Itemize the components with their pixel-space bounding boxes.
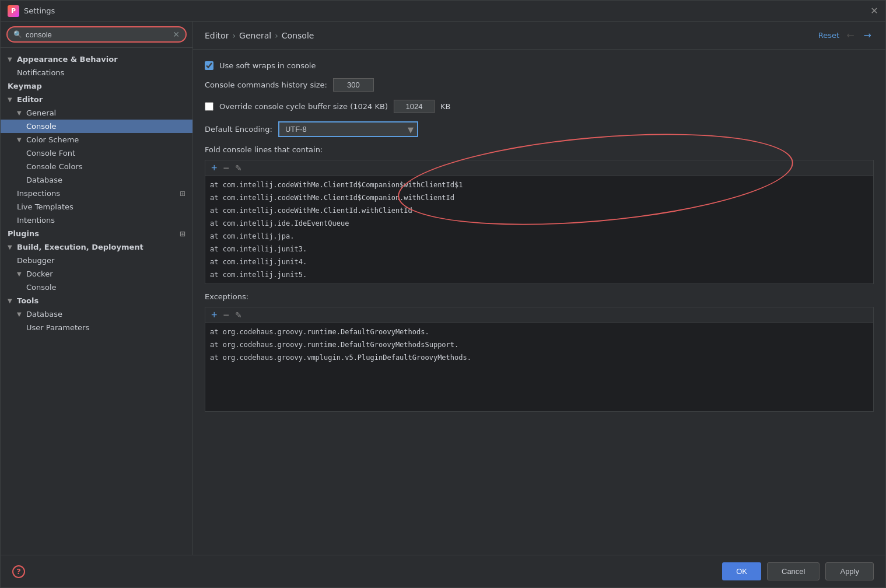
sidebar-item-tools[interactable]: ▼ Tools [1, 294, 192, 307]
forward-button[interactable]: → [862, 29, 874, 42]
list-item: at com.intellij.junit3. [210, 243, 869, 256]
exceptions-remove-button[interactable]: − [222, 310, 231, 320]
sidebar-item-keymap[interactable]: Keymap [1, 79, 192, 93]
fold-add-button[interactable]: + [210, 163, 219, 173]
panel-actions: Reset ← → [818, 29, 874, 42]
window-title: Settings [24, 6, 55, 15]
search-icon: 🔍 [13, 30, 22, 38]
help-button[interactable]: ? [12, 565, 25, 578]
fold-remove-button[interactable]: − [222, 163, 231, 173]
exceptions-edit-button[interactable]: ✎ [234, 311, 243, 319]
search-container: 🔍 ✕ [1, 22, 192, 48]
sidebar-item-label: Database [26, 176, 185, 184]
ok-button[interactable]: OK [722, 562, 761, 580]
list-item: at org.codehaus.groovy.vmplugin.v5.Plugi… [210, 351, 869, 364]
sidebar-item-docker-console[interactable]: Console [1, 281, 192, 294]
sidebar-item-appearance-behavior[interactable]: ▼ Appearance & Behavior [1, 52, 192, 66]
main-panel: Editor › General › Console Reset ← → Use… [193, 22, 885, 555]
sidebar-item-label: Editor [17, 95, 185, 104]
override-buffer-input[interactable] [394, 100, 435, 113]
list-item: at com.intellij.codeWithMe.ClientId.with… [210, 204, 869, 217]
sidebar-item-console-font[interactable]: Console Font [1, 146, 192, 160]
breadcrumb-sep: › [232, 31, 236, 40]
breadcrumb-console: Console [282, 31, 314, 40]
sidebar-item-label: Color Scheme [26, 135, 185, 144]
sidebar-item-docker[interactable]: ▼ Docker [1, 267, 192, 281]
exceptions-list-toolbar: + − ✎ [205, 307, 873, 323]
sidebar-item-label: Console [26, 283, 185, 292]
search-input[interactable] [26, 30, 169, 39]
override-buffer-checkbox[interactable] [205, 102, 213, 111]
sidebar-item-general[interactable]: ▼ General [1, 106, 192, 120]
breadcrumb-editor: Editor [205, 31, 229, 40]
breadcrumb-general: General [239, 31, 271, 40]
panel-body: Use soft wraps in console Console comman… [193, 50, 885, 555]
sidebar-item-build-execution[interactable]: ▼ Build, Execution, Deployment [1, 240, 192, 254]
sidebar-item-inspections[interactable]: Inspections ⊞ [1, 187, 192, 200]
chevron-down-icon: ▼ [8, 298, 15, 304]
sidebar-item-label: Inspections [17, 189, 177, 198]
override-buffer-row: Override console cycle buffer size (1024… [205, 100, 874, 113]
sidebar-item-editor[interactable]: ▼ Editor [1, 93, 192, 106]
sidebar-item-label: Notifications [17, 68, 185, 77]
list-item: at com.intellij.codeWithMe.ClientId$Comp… [210, 191, 869, 204]
sidebar-item-label: User Parameters [26, 323, 185, 332]
soft-wraps-row: Use soft wraps in console [205, 61, 874, 70]
sidebar-item-label: Database [26, 310, 185, 318]
override-buffer-label: Override console cycle buffer size (1024… [219, 102, 388, 111]
chevron-down-icon: ▼ [17, 311, 24, 317]
sidebar-item-color-scheme[interactable]: ▼ Color Scheme [1, 133, 192, 146]
bottom-bar: ? OK Cancel Apply [1, 555, 885, 587]
soft-wraps-checkbox[interactable] [205, 61, 213, 70]
chevron-down-icon: ▼ [17, 271, 24, 277]
exceptions-label: Exceptions: [205, 292, 874, 301]
fold-edit-button[interactable]: ✎ [234, 164, 243, 172]
sidebar-item-label: General [26, 108, 185, 117]
sidebar-item-console-colors[interactable]: Console Colors [1, 160, 192, 173]
list-item: at com.intellij.junit5. [210, 268, 869, 281]
sidebar-item-user-parameters[interactable]: User Parameters [1, 321, 192, 334]
reset-button[interactable]: Reset [818, 31, 839, 40]
sidebar-item-intentions[interactable]: Intentions [1, 214, 192, 227]
sidebar-item-database-tools[interactable]: ▼ Database [1, 307, 192, 321]
title-bar-left: P Settings [8, 5, 55, 17]
breadcrumb: Editor › General › Console [205, 31, 314, 40]
list-item: at com.intellij.ide.IdeEventQueue [210, 217, 869, 230]
encoding-label: Default Encoding: [205, 125, 272, 134]
apply-button[interactable]: Apply [825, 562, 874, 580]
bottom-right: OK Cancel Apply [722, 562, 874, 580]
add-icon: ⊞ [180, 230, 185, 238]
sidebar-item-label: Appearance & Behavior [17, 55, 185, 64]
encoding-select[interactable]: UTF-8 UTF-16 ISO-8859-1 US-ASCII [278, 121, 418, 137]
back-button[interactable]: ← [844, 29, 856, 42]
sidebar-item-label: Console Colors [26, 162, 185, 171]
breadcrumb-sep2: › [275, 31, 278, 40]
sidebar-item-notifications[interactable]: Notifications [1, 66, 192, 79]
close-button[interactable]: ✕ [870, 7, 878, 15]
cancel-button[interactable]: Cancel [767, 562, 820, 580]
sidebar-item-plugins[interactable]: Plugins ⊞ [1, 227, 192, 240]
sidebar-item-label: Tools [17, 296, 185, 305]
list-item: at org.codehaus.groovy.runtime.DefaultGr… [210, 338, 869, 351]
sidebar-item-console[interactable]: Console [1, 120, 192, 133]
sidebar-item-label: Plugins [8, 229, 177, 238]
history-size-row: Console commands history size: [205, 78, 874, 92]
search-clear-button[interactable]: ✕ [173, 30, 180, 39]
chevron-down-icon: ▼ [8, 56, 15, 62]
panel-header: Editor › General › Console Reset ← → [193, 22, 885, 50]
list-item: at org.codehaus.groovy.runtime.DefaultGr… [210, 326, 869, 338]
main-content: 🔍 ✕ ▼ Appearance & Behavior Notification… [1, 22, 885, 555]
history-size-input[interactable] [333, 78, 374, 92]
fold-list: + − ✎ at com.intellij.codeWithMe.ClientI… [205, 160, 874, 284]
encoding-row: Default Encoding: UTF-8 UTF-16 ISO-8859-… [205, 121, 874, 137]
sidebar-item-database[interactable]: Database [1, 173, 192, 187]
sidebar-item-live-templates[interactable]: Live Templates [1, 200, 192, 214]
sidebar-item-debugger[interactable]: Debugger [1, 254, 192, 267]
chevron-down-icon: ▼ [17, 136, 24, 143]
chevron-down-icon: ▼ [17, 110, 24, 116]
fold-label: Fold console lines that contain: [205, 145, 874, 154]
fold-list-toolbar: + − ✎ [205, 160, 873, 176]
exceptions-add-button[interactable]: + [210, 310, 219, 320]
sidebar-item-label: Console [26, 122, 185, 131]
sidebar: 🔍 ✕ ▼ Appearance & Behavior Notification… [1, 22, 193, 555]
